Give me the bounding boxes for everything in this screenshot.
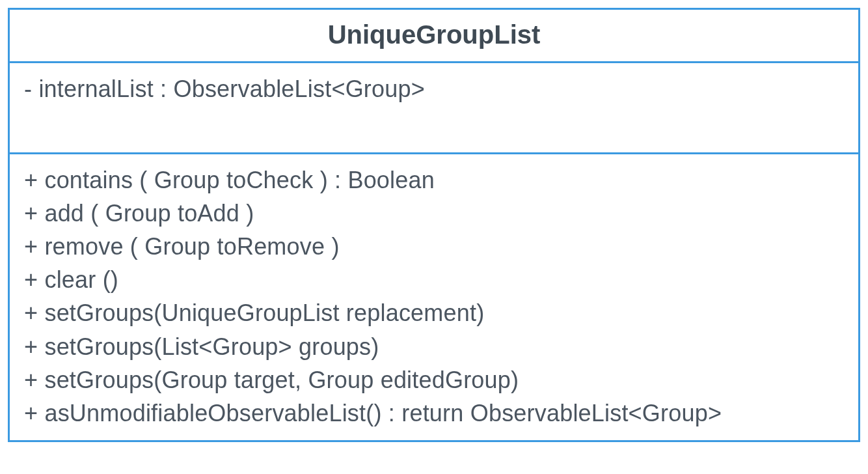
method-line: + setGroups(UniqueGroupList replacement): [24, 296, 844, 329]
methods-section: + contains ( Group toCheck ) : Boolean +…: [10, 154, 858, 440]
method-line: + contains ( Group toCheck ) : Boolean: [24, 163, 844, 197]
method-line: + add ( Group toAdd ): [24, 197, 844, 230]
attributes-section: - internalList : ObservableList<Group>: [10, 63, 858, 154]
attribute-line: - internalList : ObservableList<Group>: [24, 72, 844, 105]
method-line: + remove ( Group toRemove ): [24, 230, 844, 263]
method-line: + asUnmodifiableObservableList() : retur…: [24, 397, 844, 430]
method-line: + clear (): [24, 263, 844, 296]
method-line: + setGroups(Group target, Group editedGr…: [24, 363, 844, 397]
class-name: UniqueGroupList: [10, 10, 858, 63]
method-line: + setGroups(List<Group> groups): [24, 330, 844, 363]
uml-class-box: UniqueGroupList - internalList : Observa…: [8, 8, 860, 442]
